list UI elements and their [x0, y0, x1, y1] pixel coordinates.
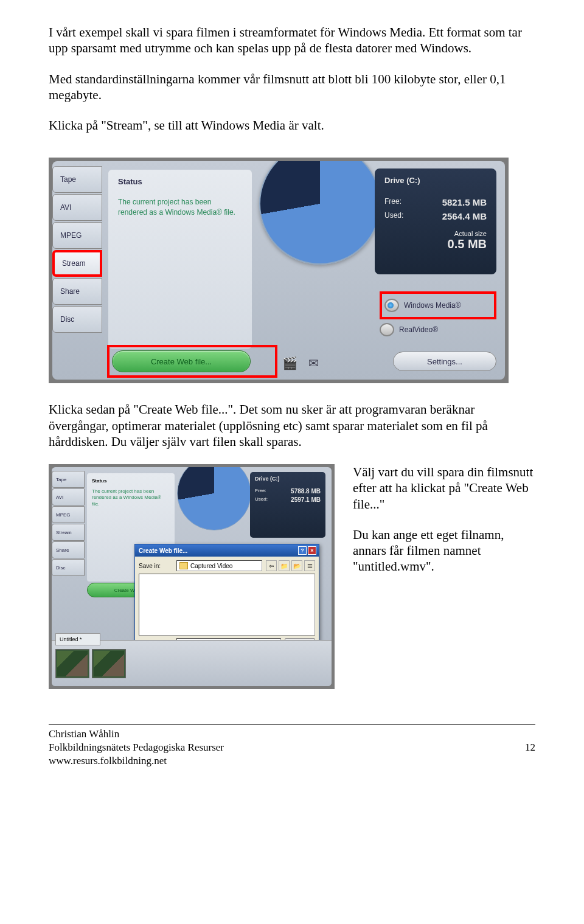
tab-mpeg[interactable]: MPEG: [52, 222, 102, 249]
action-icons: 🎬 ✉: [282, 356, 319, 370]
radio-realvideo[interactable]: RealVideo®: [380, 319, 496, 340]
body-paragraph-1: I vårt exempel skall vi spara filmen i s…: [49, 24, 535, 57]
tab-label: Share: [60, 287, 80, 296]
footer-org: Folkbildningsnätets Pedagogiska Resurser: [49, 741, 224, 754]
envelope-icon[interactable]: ✉: [308, 356, 319, 370]
pie-chart-small-icon: [177, 467, 251, 530]
tab-label: Stream: [62, 259, 86, 268]
status-panel: Status The current project has been rend…: [108, 170, 252, 349]
tab-avi[interactable]: AVI: [52, 488, 85, 505]
drive-panel-small: Drive (C:) Free:5788.8 MB Used:2597.1 MB: [250, 472, 325, 538]
create-web-highlight: Create Web file...: [107, 345, 277, 378]
tab-share[interactable]: Share: [52, 278, 102, 305]
status-text: The current project has been rendered as…: [118, 197, 242, 218]
dialog-title-text: Create Web file...: [139, 547, 187, 554]
savein-value: Captured Video: [190, 563, 232, 569]
format-radio-group: Windows Media® RealVideo®: [380, 291, 496, 340]
radio-icon: [384, 299, 399, 312]
disk-usage-pie: [253, 161, 387, 289]
tab-label: AVI: [60, 203, 71, 212]
tab-stream[interactable]: Stream: [52, 524, 85, 541]
button-label: Settings...: [427, 357, 462, 366]
used-value: 2564.4 MB: [442, 211, 487, 221]
actual-size-value: 0.5 MB: [384, 237, 487, 251]
tab-stream[interactable]: Stream: [52, 250, 102, 277]
actual-size-label: Actual size: [384, 230, 487, 237]
side-paragraph-1: Välj vart du vill spara din filmsnutt ef…: [353, 464, 535, 512]
file-list[interactable]: [139, 574, 315, 636]
page-footer: Christian Wåhlin Folkbildningsnätets Ped…: [49, 724, 535, 768]
up-folder-icon[interactable]: 📁: [279, 560, 290, 571]
button-label: Create Web file...: [151, 357, 212, 366]
screenshot-and-text-row: Tape AVI MPEG Stream Share Disc Status T…: [49, 464, 535, 689]
radio-windows-media[interactable]: Windows Media®: [384, 295, 492, 316]
used-value: 2597.1 MB: [291, 496, 321, 503]
timeline-tab[interactable]: Untitled *: [55, 633, 100, 645]
footer-url: www.resurs.folkbildning.net: [49, 754, 224, 768]
free-value: 5788.8 MB: [291, 488, 321, 495]
free-value: 5821.5 MB: [442, 197, 487, 207]
tab-disc[interactable]: Disc: [52, 559, 85, 576]
drive-info-panel: Drive (C:) Free: 5821.5 MB Used: 2564.4 …: [375, 168, 496, 274]
drive-title: Drive (C:): [255, 476, 321, 482]
new-folder-icon[interactable]: 📂: [291, 560, 302, 571]
tab-label: Tape: [60, 175, 76, 184]
pie-chart-icon: [259, 161, 381, 265]
side-paragraph-2: Du kan ange ett eget filnamn, annars får…: [353, 527, 535, 575]
view-icon[interactable]: ☰: [304, 560, 315, 571]
free-label: Free:: [255, 488, 266, 495]
free-label: Free:: [384, 197, 401, 207]
status-text: The current project has been rendered as…: [92, 488, 170, 507]
clapperboard-icon[interactable]: 🎬: [282, 356, 297, 370]
tab-mpeg[interactable]: MPEG: [52, 506, 85, 523]
close-button[interactable]: ×: [308, 546, 316, 555]
status-title: Status: [92, 478, 170, 484]
tab-label: MPEG: [60, 231, 82, 240]
footer-author: Christian Wåhlin: [49, 728, 224, 741]
video-clip-thumbnail[interactable]: [55, 649, 89, 678]
create-web-file-button[interactable]: Create Web file...: [112, 350, 251, 372]
tab-disc[interactable]: Disc: [52, 306, 102, 333]
tab-tape[interactable]: Tape: [52, 166, 102, 193]
tab-share[interactable]: Share: [52, 541, 85, 558]
tab-label: Disc: [60, 315, 74, 324]
body-paragraph-2: Med standardinställningarna kommer vår f…: [49, 71, 535, 103]
back-icon[interactable]: ⇦: [266, 560, 277, 571]
radio-icon: [380, 323, 394, 336]
windows-media-highlight: Windows Media®: [380, 291, 496, 319]
side-text-column: Välj vart du vill spara din filmsnutt ef…: [353, 464, 535, 589]
drive-title: Drive (C:): [384, 176, 487, 185]
page-number: 12: [525, 742, 535, 754]
output-tabs: Tape AVI MPEG Stream Share Disc: [52, 166, 102, 334]
used-label: Used:: [255, 496, 268, 503]
app-panel-small: Tape AVI MPEG Stream Share Disc Status T…: [52, 467, 332, 686]
output-tabs-small: Tape AVI MPEG Stream Share Disc: [52, 471, 85, 577]
tab-tape[interactable]: Tape: [52, 471, 85, 488]
settings-button[interactable]: Settings...: [393, 352, 496, 371]
used-label: Used:: [384, 211, 403, 221]
radio-label: Windows Media®: [404, 301, 461, 310]
radio-label: RealVideo®: [399, 325, 438, 334]
folder-icon: [179, 562, 188, 569]
screenshot-save-dialog: Tape AVI MPEG Stream Share Disc Status T…: [49, 464, 335, 689]
screenshot-stream-panel: Tape AVI MPEG Stream Share Disc Status T…: [49, 158, 509, 383]
savein-label: Save in:: [139, 563, 173, 569]
body-paragraph-3: Klicka på "Stream", se till att Windows …: [49, 117, 535, 133]
timeline: Untitled *: [52, 640, 332, 686]
app-panel: Tape AVI MPEG Stream Share Disc Status T…: [52, 161, 505, 380]
status-title: Status: [118, 177, 242, 186]
tab-avi[interactable]: AVI: [52, 194, 102, 221]
video-clip-thumbnail[interactable]: [92, 649, 126, 678]
body-paragraph-4: Klicka sedan på "Create Web file...". De…: [49, 401, 535, 450]
help-button[interactable]: ?: [298, 546, 307, 555]
dialog-titlebar: Create Web file... ? ×: [135, 544, 319, 557]
savein-combo[interactable]: Captured Video: [176, 560, 262, 571]
